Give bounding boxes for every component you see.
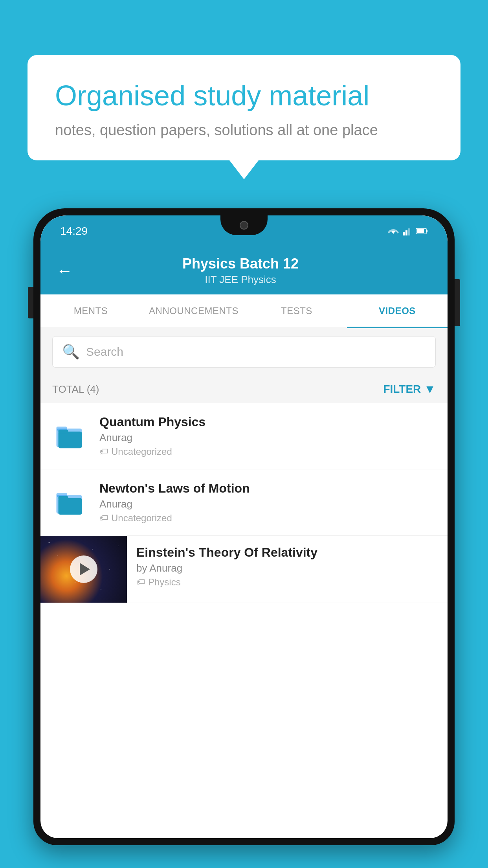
svg-rect-14 [58, 496, 68, 500]
tag-icon: 🏷 [99, 513, 108, 523]
tag-icon: 🏷 [99, 447, 108, 457]
header-subtitle: IIT JEE Physics [82, 274, 399, 286]
status-icons [388, 227, 428, 235]
item-title: Einstein's Theory Of Relativity [136, 545, 438, 560]
filter-label: FILTER [383, 383, 421, 395]
status-bar: 14:29 [40, 215, 448, 247]
folder-icon [52, 485, 88, 520]
svg-rect-5 [426, 230, 427, 232]
list-container: Quantum Physics Anurag 🏷 Uncategorized [40, 403, 448, 603]
filter-button[interactable]: FILTER ▼ [383, 383, 436, 396]
item-author: by Anurag [136, 562, 438, 574]
tab-ments[interactable]: MENTS [40, 294, 141, 327]
header-title-block: Physics Batch 12 IIT JEE Physics [82, 256, 399, 286]
svg-rect-2 [405, 230, 407, 235]
app-header: ← Physics Batch 12 IIT JEE Physics [40, 247, 448, 294]
search-bar-container: 🔍 Search [40, 328, 448, 375]
header-title: Physics Batch 12 [82, 256, 399, 272]
tag-icon: 🏷 [136, 577, 145, 587]
tab-announcements[interactable]: ANNOUNCEMENTS [141, 294, 246, 327]
search-icon: 🔍 [62, 344, 80, 360]
folder-icon [52, 418, 88, 454]
signal-icon [403, 227, 412, 235]
item-author: Anurag [99, 498, 436, 510]
phone-outer: 14:29 [33, 208, 455, 845]
item-content: Quantum Physics Anurag 🏷 Uncategorized [99, 415, 436, 457]
speech-bubble-card: Organised study material notes, question… [28, 55, 460, 160]
play-button[interactable] [70, 555, 97, 583]
svg-rect-9 [58, 431, 82, 448]
tag-text: Physics [148, 577, 181, 588]
battery-icon [416, 228, 428, 235]
status-time: 14:29 [60, 225, 88, 237]
video-thumbnail [40, 536, 127, 603]
list-item[interactable]: Newton's Laws of Motion Anurag 🏷 Uncateg… [40, 469, 448, 536]
filter-bar: TOTAL (4) FILTER ▼ [40, 375, 448, 403]
tabs-bar: MENTS ANNOUNCEMENTS TESTS VIDEOS [40, 294, 448, 328]
tab-tests[interactable]: TESTS [246, 294, 347, 327]
item-tag: 🏷 Uncategorized [99, 513, 436, 524]
bubble-subtitle: notes, question papers, solutions all at… [55, 122, 433, 139]
search-bar[interactable]: 🔍 Search [52, 336, 436, 368]
total-count: TOTAL (4) [52, 383, 99, 395]
item-content: Einstein's Theory Of Relativity by Anura… [127, 536, 448, 596]
phone-wrapper: 14:29 [33, 208, 455, 868]
notch [220, 215, 268, 235]
svg-rect-10 [58, 429, 68, 433]
search-placeholder: Search [86, 345, 123, 359]
item-tag: 🏷 Uncategorized [99, 446, 436, 457]
camera [240, 221, 248, 230]
svg-rect-1 [403, 232, 405, 235]
phone-screen: 14:29 [40, 215, 448, 838]
item-author: Anurag [99, 432, 436, 444]
play-icon [80, 563, 90, 576]
tag-text: Uncategorized [111, 446, 172, 457]
bubble-title: Organised study material [55, 79, 433, 112]
wifi-icon [388, 227, 399, 235]
filter-icon: ▼ [424, 383, 436, 396]
list-item[interactable]: Quantum Physics Anurag 🏷 Uncategorized [40, 403, 448, 469]
svg-rect-6 [417, 229, 424, 233]
item-title: Newton's Laws of Motion [99, 481, 436, 496]
list-item[interactable]: Einstein's Theory Of Relativity by Anura… [40, 536, 448, 603]
speech-bubble-section: Organised study material notes, question… [28, 55, 460, 160]
tab-videos[interactable]: VIDEOS [347, 294, 448, 327]
item-title: Quantum Physics [99, 415, 436, 429]
back-button[interactable]: ← [56, 263, 73, 279]
svg-rect-3 [408, 228, 410, 235]
item-tag: 🏷 Physics [136, 577, 438, 588]
tag-text: Uncategorized [111, 513, 172, 524]
item-content: Newton's Laws of Motion Anurag 🏷 Uncateg… [99, 481, 436, 524]
svg-rect-13 [58, 498, 82, 515]
